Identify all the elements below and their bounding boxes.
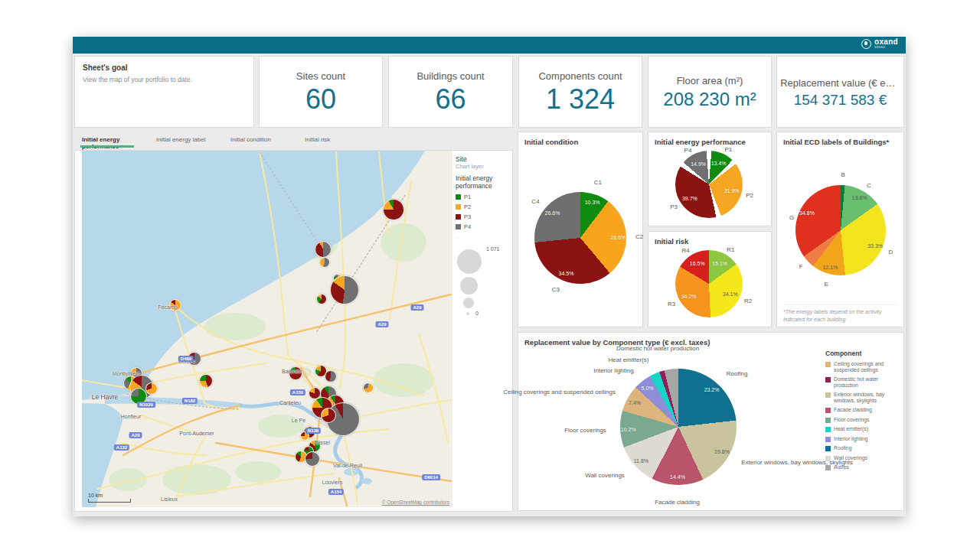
legend-swatch (825, 427, 831, 432)
road-badge: A150 (290, 389, 305, 395)
site-pie-marker[interactable] (199, 374, 213, 388)
kpi-label: Buildings count (416, 70, 484, 82)
legend-item-p3[interactable]: P3 (456, 213, 511, 220)
initial-energy-performance-chart[interactable]: 13.4%P131.9%P239.7%P314.9%P4 (648, 132, 771, 226)
legend-item-p1[interactable]: P1 (456, 194, 511, 200)
slice-pct-label: 14.4% (670, 474, 685, 480)
site-pie-marker[interactable] (145, 382, 158, 395)
component-legend-item[interactable]: Autres (825, 464, 899, 470)
initial-condition-chart[interactable]: 10.3%C128.6%C234.5%C326.6%C4 (518, 132, 642, 327)
component-legend-item[interactable]: Interior lighting (825, 436, 899, 442)
site-pie-marker[interactable] (319, 257, 330, 268)
city-label: Montivilliers (113, 371, 141, 376)
tab-initial-condition[interactable]: Initial condition (223, 132, 297, 148)
city-label: Barentin (282, 369, 302, 374)
site-pie-marker[interactable] (316, 294, 327, 304)
component-legend-item[interactable]: Domestic hot water production (825, 376, 899, 389)
tab-initial-energy-performance[interactable]: Initial energy performance (74, 132, 149, 148)
site-pie-marker[interactable] (330, 275, 359, 304)
slice-pct-label: 33.3% (867, 243, 883, 249)
road-badge: A154 (328, 489, 344, 495)
slice-category-label: Heat emitter(s) (609, 356, 649, 363)
slice-category-label: C4 (531, 197, 539, 204)
initial-condition-panel: Initial condition 10.3%C128.6%C234.5%C32… (518, 132, 643, 327)
slice-category-label: C2 (635, 233, 643, 240)
legend-swatch (825, 418, 831, 423)
legend-swatch (825, 362, 831, 367)
oxand-logo: oxand simeo (861, 38, 898, 50)
ecd-footnote: *The energy labels depend on the activit… (783, 304, 897, 323)
slice-pct-label: 10.2% (621, 426, 636, 431)
city-label: Fécamp (158, 304, 177, 310)
slice-pct-label: 12.1% (822, 264, 838, 269)
component-legend-label: Facade cladding (834, 407, 872, 413)
legend-site-label: Site (456, 155, 511, 163)
map-scale: 10 km (88, 493, 131, 503)
slice-category-label: E (824, 281, 828, 288)
slice-category-label: R3 (668, 301, 675, 308)
legend-item-label: P3 (464, 213, 471, 220)
portfolio-map[interactable]: FécampMontivilliersLe HavreHonfleurPont-… (82, 151, 452, 507)
slice-category-label: Interior lighting (593, 366, 633, 373)
bubble-min-value: 0 (475, 311, 479, 316)
map-scale-label: 10 km (88, 493, 103, 498)
kpi-floor-area: Floor area (m²) 208 230 m² (648, 56, 772, 128)
component-legend-item[interactable]: Heat emitter(s) (825, 426, 899, 432)
dashboard-app: oxand simeo Sheet's goal View the map of… (73, 37, 906, 516)
slice-category-label: C1 (594, 179, 602, 186)
site-pie-marker[interactable] (383, 199, 404, 220)
slice-pct-label: 34.1% (723, 291, 738, 297)
sheet-goal-description: View the map of your portfolio to date. (83, 76, 253, 83)
slice-category-label: G (789, 213, 794, 220)
legend-item-label: P1 (464, 194, 471, 200)
tab-initial-energy-label[interactable]: Initial energy label (149, 132, 223, 148)
city-label: Honfleur (121, 414, 141, 419)
component-legend-item[interactable]: Floor coverings (825, 417, 899, 423)
sheet-goal-card: Sheet's goal View the map of your portfo… (74, 56, 254, 128)
initial-risk-chart[interactable]: 15.1%R134.1%R234.2%R316.5%R4 (648, 232, 771, 327)
site-pie-marker[interactable] (321, 408, 336, 423)
component-legend-item[interactable]: Facade cladding (825, 407, 899, 413)
city-label: Canteleu (279, 400, 301, 405)
site-pie-marker[interactable] (363, 382, 374, 393)
initial_energy_performance-pie[interactable] (675, 151, 743, 218)
component-legend-label: Ceiling coverings and suspended ceilings (834, 361, 899, 373)
legend-swatch (456, 194, 461, 200)
component-legend-item[interactable]: Exterior windows, bay windows, skylights (825, 392, 899, 404)
city-label: Le Havre (92, 393, 119, 401)
slice-pct-label: 14.9% (691, 161, 706, 166)
slice-pct-label: 13.4% (711, 160, 727, 165)
kpi-label: Floor area (m²) (677, 75, 743, 86)
initial_risk-pie[interactable] (675, 250, 743, 317)
component-legend-label: Heat emitter(s) (834, 426, 868, 432)
component-legend-item[interactable]: Ceiling coverings and suspended ceilings (825, 361, 899, 373)
slice-pct-label: 34.5% (559, 270, 574, 275)
road-badge: N1029 (137, 402, 155, 408)
initial_ecd-pie[interactable] (795, 185, 886, 275)
slice-category-label: C3 (552, 285, 560, 292)
initial-ecd-chart[interactable]: B13.6%C33.3%D12.1%EF34.8%G (777, 132, 903, 327)
component-legend-item[interactable]: Wall coverings (825, 455, 899, 461)
component-legend-label: Roofing (834, 445, 851, 451)
tab-initial-risk[interactable]: Initial risk (297, 132, 371, 148)
site-pie-marker[interactable] (315, 241, 332, 258)
slice-pct-label: 5.0% (642, 385, 654, 390)
legend-swatch (825, 408, 831, 413)
slice-pct-label: 15.1% (712, 260, 727, 265)
site-pie-marker[interactable] (325, 370, 337, 382)
bubble-small (463, 298, 474, 308)
site-pie-marker[interactable] (305, 451, 320, 467)
legend-item-p2[interactable]: P2 (456, 203, 511, 210)
legend-item-p4[interactable]: P4 (456, 223, 511, 230)
component-legend-label: Floor coverings (834, 417, 869, 423)
legend-measure-label: Initial energy performance (456, 174, 511, 190)
slice-category-label: Ceiling coverings and suspended ceilings (503, 388, 616, 395)
component-legend-item[interactable]: Roofing (825, 445, 899, 451)
component-legend-label: Exterior windows, bay windows, skylights (834, 392, 899, 404)
slice-category-label: F (799, 263, 803, 270)
slice-pct-label: 19.8% (714, 448, 730, 454)
city-label: Pont-Audemer (179, 431, 214, 436)
map-attribution-link[interactable]: © OpenStreetMap contributors (382, 500, 449, 505)
legend-swatch (825, 437, 831, 442)
legend-item-label: P4 (464, 223, 471, 230)
